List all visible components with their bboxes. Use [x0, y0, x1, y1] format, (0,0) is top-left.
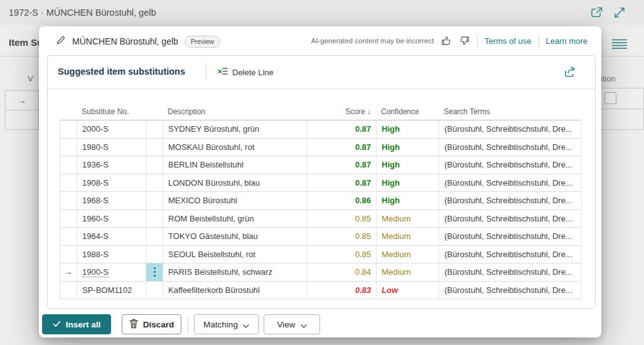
header-search-terms[interactable]: Search Terms: [439, 107, 581, 120]
confidence-cell[interactable]: High: [377, 139, 439, 156]
topbar-icons: [591, 7, 625, 18]
substitute-no-cell[interactable]: SP-BOM1102: [77, 282, 146, 299]
row-selector-cell[interactable]: →: [60, 263, 77, 281]
score-cell[interactable]: 0.87: [307, 156, 377, 174]
confidence-cell[interactable]: High: [377, 192, 439, 210]
row-menu-cell[interactable]: [146, 282, 163, 299]
search-terms-cell[interactable]: (Bürostuhl, Schreibtischstuhl, Dre...: [439, 246, 582, 263]
score-cell[interactable]: 0.86: [307, 192, 377, 210]
thumbs-up-icon[interactable]: [441, 35, 452, 46]
row-selector-cell[interactable]: →: [60, 246, 77, 263]
delete-line-button[interactable]: Delete Line: [217, 65, 274, 80]
substitution-rows: → 2000-S SYDNEY Bürostuhl, grün 0.87 Hig…: [60, 120, 581, 299]
description-cell[interactable]: MOSKAU Bürostuhl, rot: [163, 139, 307, 156]
description-cell[interactable]: TOKYO Gästestuhl, blau: [163, 228, 307, 245]
row-selector-cell[interactable]: →: [60, 192, 77, 210]
insert-all-button[interactable]: Insert all: [42, 314, 111, 334]
item-substitutions-dialog: MÜNCHEN Bürostuhl, gelb Preview AI-gener…: [39, 26, 601, 337]
row-menu-cell[interactable]: [146, 192, 163, 210]
confidence-cell[interactable]: High: [377, 156, 439, 174]
header-divider: [477, 34, 478, 47]
row-selector-cell[interactable]: →: [60, 210, 77, 228]
confidence-cell[interactable]: Medium: [377, 228, 439, 245]
search-terms-cell[interactable]: (Bürostuhl, Schreibtischstuhl, Dre...: [439, 174, 582, 192]
row-menu-cell[interactable]: [146, 210, 163, 228]
view-button[interactable]: View: [264, 314, 320, 334]
score-cell[interactable]: 0.87: [307, 120, 377, 138]
row-selector-cell[interactable]: →: [60, 156, 77, 174]
row-menu-cell[interactable]: [146, 120, 163, 138]
description-cell[interactable]: MEXICO Bürostuhl: [163, 192, 307, 210]
search-terms-cell[interactable]: (Bürostuhl, Schreibtischstuhl, Dre...: [439, 139, 582, 156]
row-menu-cell[interactable]: [146, 263, 163, 281]
row-selector-cell[interactable]: →: [60, 174, 77, 192]
substitute-no-cell[interactable]: 1960-S: [77, 210, 146, 228]
row-menu-cell[interactable]: [146, 156, 163, 174]
substitute-no-cell[interactable]: 1980-S: [77, 139, 146, 156]
share-icon[interactable]: [564, 66, 576, 77]
row-menu-cell[interactable]: [146, 139, 163, 156]
confidence-cell[interactable]: Low: [377, 282, 439, 299]
substitute-no-cell[interactable]: 1968-S: [77, 192, 146, 210]
table-row: → 1964-S TOKYO Gästestuhl, blau 0.85 Med…: [60, 228, 581, 246]
row-selector-cell[interactable]: →: [60, 282, 77, 299]
description-cell[interactable]: Kaffeefilterkorb Bürostuhl: [163, 282, 307, 299]
score-cell[interactable]: 0.87: [307, 139, 377, 156]
search-terms-cell[interactable]: (Bürostuhl, Schreibtischstuhl, Dre...: [439, 282, 582, 299]
confidence-cell[interactable]: Medium: [377, 246, 439, 263]
header-description[interactable]: Description: [163, 107, 306, 120]
confidence-cell[interactable]: Medium: [377, 263, 439, 281]
substitute-no-cell[interactable]: 1936-S: [77, 156, 146, 174]
substitute-no-cell[interactable]: 2000-S: [77, 120, 146, 138]
search-terms-cell[interactable]: (Bürostuhl, Schreibtischstuhl, Dre...: [439, 263, 582, 281]
background-checkbox: [604, 92, 616, 104]
search-terms-cell[interactable]: (Bürostuhl, Schreibtischstuhl, Dre...: [439, 156, 582, 174]
header-substitute-no[interactable]: Substitute No.: [77, 107, 146, 120]
substitute-no-cell[interactable]: 1908-S: [77, 174, 146, 192]
description-cell[interactable]: SYDNEY Bürostuhl, grün: [163, 120, 307, 138]
delete-line-icon: [217, 66, 228, 78]
score-cell[interactable]: 0.87: [307, 174, 377, 192]
confidence-cell[interactable]: High: [377, 120, 439, 138]
table-row: → 1988-S SEOUL Beistellstuhl, rot 0.85 M…: [60, 246, 581, 264]
substitute-no-cell[interactable]: 1900-S: [77, 263, 146, 281]
row-menu-cell[interactable]: [146, 174, 163, 192]
search-terms-cell[interactable]: (Bürostuhl, Schreibtischstuhl, Dre...: [439, 228, 582, 245]
confidence-cell[interactable]: Medium: [377, 210, 439, 228]
header-menu: [146, 116, 163, 120]
list-view-icon: [612, 39, 627, 52]
row-menu-cell[interactable]: [146, 246, 163, 263]
row-selector-cell[interactable]: →: [60, 228, 77, 245]
header-score[interactable]: Score ↓: [306, 107, 376, 120]
row-selector-cell[interactable]: →: [60, 120, 77, 138]
suggestions-card: Suggested item substitutions Delete Line: [47, 55, 596, 309]
substitute-no-cell[interactable]: 1988-S: [77, 246, 146, 263]
header-confidence[interactable]: Confidence: [376, 107, 439, 120]
matching-button[interactable]: Matching: [194, 314, 259, 334]
substitute-no-cell[interactable]: 1964-S: [77, 228, 146, 245]
description-cell[interactable]: PARIS Beistellstuhl, schwarz: [163, 263, 307, 281]
search-terms-cell[interactable]: (Bürostuhl, Schreibtischstuhl, Dre...: [439, 210, 582, 228]
score-cell[interactable]: 0.83: [307, 282, 377, 299]
table-row: → 2000-S SYDNEY Bürostuhl, grün 0.87 Hig…: [60, 120, 581, 139]
confidence-cell[interactable]: High: [377, 174, 439, 192]
score-cell[interactable]: 0.85: [307, 210, 377, 228]
thumbs-down-icon[interactable]: [459, 35, 470, 46]
description-cell[interactable]: ROM Beistellstuhl, grün: [163, 210, 307, 228]
description-cell[interactable]: BERLIN Beistellstuhl: [163, 156, 307, 174]
description-cell[interactable]: LONDON Bürostuhl, blau: [163, 174, 307, 192]
learn-more-link[interactable]: Learn more: [546, 36, 588, 46]
search-terms-cell[interactable]: (Bürostuhl, Schreibtischstuhl, Dre...: [439, 120, 582, 138]
row-selector-cell[interactable]: →: [60, 139, 77, 156]
background-cell: [5, 110, 39, 130]
row-menu-cell[interactable]: [146, 228, 163, 245]
score-cell[interactable]: 0.85: [307, 246, 377, 263]
score-cell[interactable]: 0.85: [307, 228, 377, 245]
discard-button[interactable]: Discard: [122, 314, 181, 334]
search-terms-cell[interactable]: (Bürostuhl, Schreibtischstuhl, Dre...: [439, 192, 582, 210]
terms-of-use-link[interactable]: Terms of use: [485, 36, 531, 46]
score-cell[interactable]: 0.84: [307, 263, 377, 281]
description-cell[interactable]: SEOUL Beistellstuhl, rot: [163, 246, 307, 263]
edit-pencil-icon: [56, 35, 66, 48]
row-menu-button[interactable]: [151, 265, 158, 279]
